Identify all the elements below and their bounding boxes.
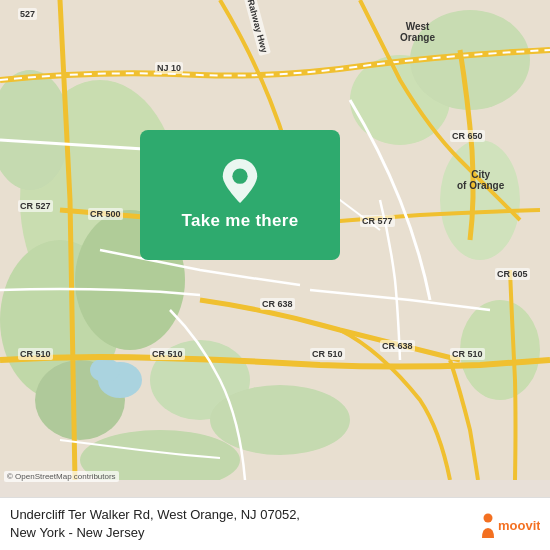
bottom-bar: Undercliff Ter Walker Rd, West Orange, N…: [0, 497, 550, 550]
moovit-logo: moovit: [480, 510, 540, 538]
road-label-cr510-2: CR 510: [150, 348, 185, 360]
road-label-cr638-2: CR 638: [380, 340, 415, 352]
road-label-nj10: NJ 10: [155, 62, 183, 74]
label-city-orange: Cityof Orange: [455, 168, 506, 192]
svg-text:moovit: moovit: [498, 518, 540, 533]
cta-label: Take me there: [182, 211, 299, 231]
road-label-cr650: CR 650: [450, 130, 485, 142]
svg-point-4: [210, 385, 350, 455]
road-label-527b: 527: [18, 8, 37, 20]
road-label-cr510-3: CR 510: [310, 348, 345, 360]
moovit-logo-svg: moovit: [480, 510, 540, 538]
svg-point-8: [440, 140, 520, 260]
address-text: Undercliff Ter Walker Rd, West Orange, N…: [10, 506, 480, 542]
road-label-cr510-1: CR 510: [18, 348, 53, 360]
address-line2: New York - New Jersey: [10, 525, 144, 540]
svg-point-14: [90, 358, 120, 382]
cta-button[interactable]: Take me there: [140, 130, 340, 260]
road-label-cr527: CR 527: [18, 200, 53, 212]
road-label-cr605: CR 605: [495, 268, 530, 280]
road-label-cr638-1: CR 638: [260, 298, 295, 310]
label-west-orange: WestOrange: [398, 20, 437, 44]
road-label-cr510-4: CR 510: [450, 348, 485, 360]
address-line1: Undercliff Ter Walker Rd, West Orange, N…: [10, 507, 300, 522]
road-label-cr500: CR 500: [88, 208, 123, 220]
svg-point-15: [232, 169, 247, 184]
road-label-cr577: CR 577: [360, 215, 395, 227]
osm-attribution: © OpenStreetMap contributors: [4, 471, 119, 482]
map-container: NJ 10 CR 527 CR 500 CR 577 CR 638 CR 638…: [0, 0, 550, 550]
svg-point-16: [484, 513, 493, 522]
location-pin-icon: [222, 159, 258, 203]
